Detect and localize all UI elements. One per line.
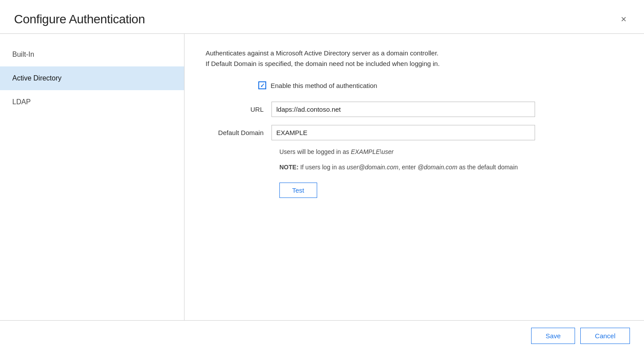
domain-label: Default Domain — [206, 129, 271, 136]
note-text: NOTE: If users log in as user@domain.com… — [279, 162, 543, 172]
sidebar-item-active-directory-label: Active Directory — [12, 74, 62, 82]
enable-checkbox-label: Enable this method of authentication — [271, 82, 377, 89]
cancel-button[interactable]: Cancel — [580, 328, 630, 344]
sidebar-item-built-in-label: Built-In — [12, 51, 34, 58]
note-italic1: user@domain.com — [347, 164, 398, 171]
note-text-suffix: as the default domain — [457, 164, 518, 171]
note-italic2: @domain.com — [418, 164, 457, 171]
domain-row: Default Domain — [206, 125, 623, 140]
sidebar-item-active-directory[interactable]: Active Directory — [0, 66, 184, 90]
description-line2: If Default Domain is specified, the doma… — [206, 60, 440, 67]
content-area: Authenticates against a Microsoft Active… — [185, 34, 644, 320]
url-row: URL — [206, 102, 623, 117]
enable-row: ✓ Enable this method of authentication — [258, 81, 623, 89]
note-text-prefix: If users log in as — [299, 164, 347, 171]
enable-checkbox-wrapper[interactable]: ✓ Enable this method of authentication — [258, 81, 377, 89]
url-label: URL — [206, 106, 271, 113]
configure-auth-dialog: Configure Authentication × Built-In Acti… — [0, 0, 644, 351]
description: Authenticates against a Microsoft Active… — [206, 48, 539, 69]
save-button[interactable]: Save — [531, 328, 575, 344]
note-bold: NOTE: — [279, 164, 299, 171]
info-text-italic: EXAMPLE\user — [351, 148, 394, 155]
dialog-body: Built-In Active Directory LDAP Authentic… — [0, 34, 644, 320]
info-text-prefix: Users will be logged in as — [279, 148, 351, 155]
info-text: Users will be logged in as EXAMPLE\user — [279, 148, 623, 155]
sidebar-item-ldap-label: LDAP — [12, 98, 31, 106]
dialog-footer: Save Cancel — [0, 320, 644, 351]
domain-input[interactable] — [271, 125, 535, 140]
test-button[interactable]: Test — [279, 183, 317, 198]
checkmark-icon: ✓ — [260, 83, 265, 88]
description-line1: Authenticates against a Microsoft Active… — [206, 49, 438, 57]
enable-checkbox[interactable]: ✓ — [258, 81, 266, 89]
sidebar-item-built-in[interactable]: Built-In — [0, 43, 184, 66]
close-button[interactable]: × — [617, 13, 630, 26]
url-input[interactable] — [271, 102, 535, 117]
sidebar-item-ldap[interactable]: LDAP — [0, 90, 184, 114]
sidebar: Built-In Active Directory LDAP — [0, 34, 185, 320]
note-text-mid: , enter — [398, 164, 418, 171]
dialog-title: Configure Authentication — [14, 12, 145, 26]
dialog-header: Configure Authentication × — [0, 0, 644, 34]
